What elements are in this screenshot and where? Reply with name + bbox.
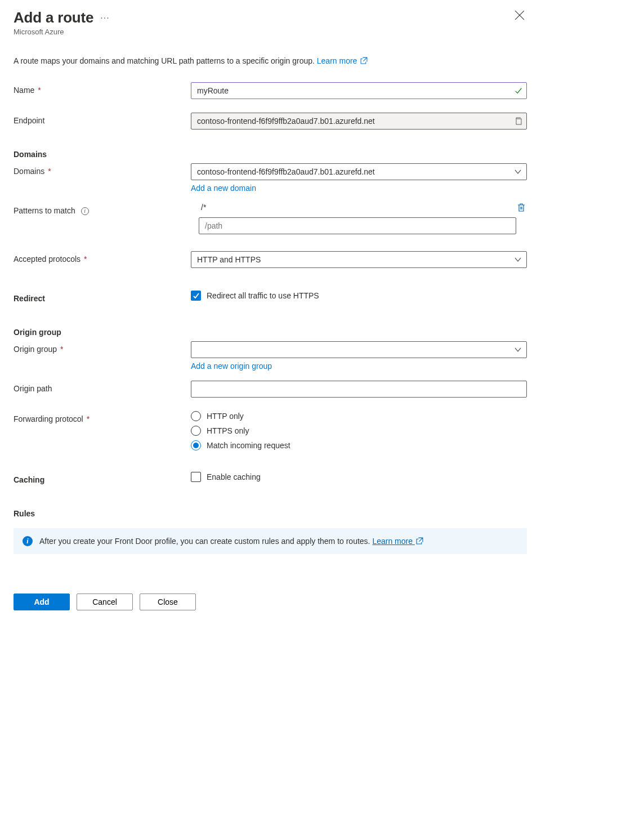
external-link-icon — [360, 57, 368, 64]
pattern-input[interactable] — [199, 217, 516, 234]
redirect-checkbox[interactable] — [191, 291, 201, 301]
accepted-protocols-select[interactable]: HTTP and HTTPS — [191, 251, 527, 268]
info-icon: i — [23, 536, 33, 546]
more-actions-icon[interactable]: ··· — [100, 13, 109, 23]
domains-select[interactable]: contoso-frontend-f6f9f9ffb2a0aud7.b01.az… — [191, 163, 527, 180]
forwarding-https-label: HTTPS only — [207, 426, 249, 435]
rules-learn-more-link[interactable]: Learn more — [372, 537, 423, 546]
forwarding-http-radio[interactable] — [191, 411, 201, 421]
forwarding-protocol-label: Forwarding protocol * — [14, 411, 191, 423]
subtitle: Microsoft Azure — [14, 28, 527, 36]
origin-section-header: Origin group — [14, 328, 527, 337]
close-icon[interactable] — [515, 10, 525, 20]
redirect-checkbox-label: Redirect all traffic to use HTTPS — [207, 291, 319, 300]
origin-path-label: Origin path — [14, 381, 191, 393]
origin-group-label: Origin group * — [14, 341, 191, 354]
forwarding-https-radio[interactable] — [191, 426, 201, 436]
name-input[interactable] — [191, 82, 527, 99]
origin-group-select[interactable] — [191, 341, 527, 358]
forwarding-match-label: Match incoming request — [207, 441, 290, 450]
cancel-button[interactable]: Cancel — [77, 594, 133, 610]
svg-rect-2 — [516, 119, 521, 124]
copy-icon[interactable] — [515, 117, 522, 125]
accepted-protocols-label: Accepted protocols * — [14, 251, 191, 264]
caching-label: Caching — [14, 472, 191, 484]
external-link-icon — [416, 537, 423, 545]
name-label: Name * — [14, 82, 191, 95]
endpoint-value: contoso-frontend-f6f9f9ffb2a0aud7.b01.az… — [191, 113, 527, 130]
intro-text: A route maps your domains and matching U… — [14, 56, 527, 65]
forwarding-http-label: HTTP only — [207, 412, 244, 421]
valid-checkmark-icon — [515, 87, 522, 95]
add-button[interactable]: Add — [14, 594, 70, 610]
domains-section-header: Domains — [14, 150, 527, 159]
forwarding-match-radio[interactable] — [191, 440, 201, 450]
endpoint-label: Endpoint — [14, 113, 191, 125]
patterns-label: Patterns to match i — [14, 203, 191, 215]
chevron-down-icon — [515, 256, 521, 263]
chevron-down-icon — [515, 168, 521, 175]
origin-path-input[interactable] — [191, 381, 527, 398]
close-button[interactable]: Close — [140, 594, 196, 610]
rules-section-header: Rules — [14, 509, 527, 518]
add-domain-link[interactable]: Add a new domain — [191, 184, 256, 193]
rules-info-banner: i After you create your Front Door profi… — [14, 528, 527, 554]
info-icon[interactable]: i — [81, 207, 89, 215]
caching-checkbox-label: Enable caching — [207, 472, 261, 481]
add-origin-group-link[interactable]: Add a new origin group — [191, 362, 272, 371]
caching-checkbox[interactable] — [191, 472, 201, 482]
pattern-item: /* — [191, 203, 512, 212]
page-title: Add a route — [14, 9, 93, 26]
delete-icon[interactable] — [517, 203, 526, 212]
domains-label: Domains * — [14, 163, 191, 176]
chevron-down-icon — [515, 346, 521, 353]
redirect-label: Redirect — [14, 291, 191, 303]
learn-more-link[interactable]: Learn more — [317, 56, 368, 65]
